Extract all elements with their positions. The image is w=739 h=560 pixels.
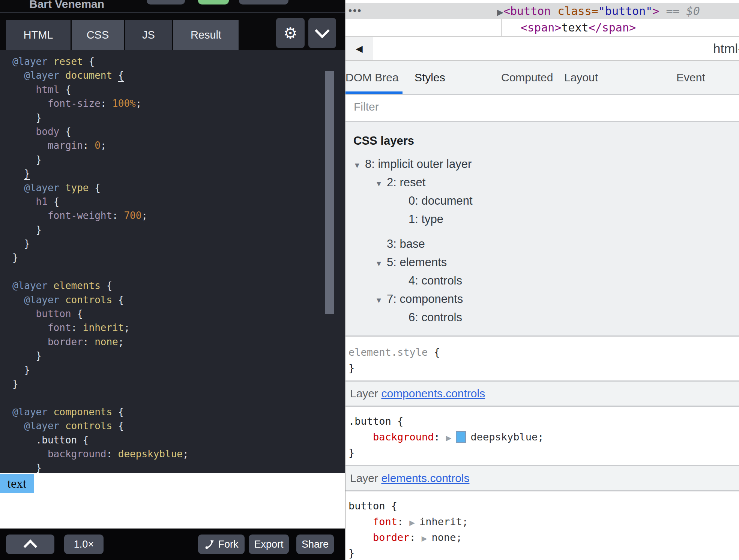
code-line: } bbox=[12, 223, 345, 237]
devtools-sidebar-tabs: StylesComputedLayoutEvent ListenersDOM B… bbox=[345, 61, 739, 95]
layer-label: 0: document bbox=[409, 194, 473, 207]
header-button-4[interactable] bbox=[239, 0, 288, 4]
dom-node-button-selected[interactable]: ••• ▶<button class="button"> == $0 bbox=[345, 3, 739, 19]
chevron-down-icon bbox=[315, 24, 330, 39]
header-button-save[interactable] bbox=[198, 0, 229, 4]
css-layers-tree: ▼8: implicit outer layer▼2: reset▼0: doc… bbox=[345, 155, 739, 326]
code-line: body { bbox=[12, 125, 345, 139]
tree-expand-icon[interactable]: ▼ bbox=[353, 156, 365, 175]
frame-url[interactable]: html-fa55071f-e97b-e2f7-2438-7c85938d035… bbox=[713, 37, 739, 60]
fork-icon bbox=[204, 539, 215, 550]
styles-sections: element.style {}Layer components.control… bbox=[345, 338, 739, 560]
editor-tab-css[interactable]: CSS bbox=[72, 20, 124, 50]
code-line: button { bbox=[12, 307, 345, 321]
element-style-rule[interactable]: element.style {} bbox=[345, 338, 739, 380]
code-line: @layer reset { bbox=[12, 55, 345, 69]
devtools-tab-dom-brea[interactable]: DOM Brea bbox=[345, 61, 399, 94]
code-line: } bbox=[12, 153, 345, 167]
styles-filter-input[interactable] bbox=[353, 100, 715, 114]
export-button[interactable]: Export bbox=[249, 535, 289, 554]
button-element-rule[interactable]: button { font:▶inherit; border:▶none;} bbox=[345, 491, 739, 560]
frame-url-bar: ◀ html-fa55071f-e97b-e2f7-2438-7c85938d0… bbox=[345, 36, 739, 61]
layer-tree-item[interactable]: ▼5: elements bbox=[345, 253, 739, 271]
code-line: .button { bbox=[12, 433, 345, 447]
css-layers-panel: CSS layers ▼8: implicit outer layer▼2: r… bbox=[345, 122, 739, 337]
zoom-level-button[interactable]: 1.0× bbox=[64, 535, 104, 554]
share-button[interactable]: Share bbox=[296, 535, 334, 554]
dom-indent-guide bbox=[501, 19, 502, 36]
code-line: @layer elements { bbox=[12, 279, 345, 293]
button-class-rule[interactable]: .button { background:▶deepskyblue;} bbox=[345, 407, 739, 465]
username: Bart Veneman bbox=[29, 0, 104, 10]
code-line bbox=[12, 391, 345, 405]
settings-button[interactable]: ⚙ bbox=[276, 18, 305, 48]
devtools-tab-event-listeners[interactable]: Event Listeners bbox=[676, 61, 739, 94]
editor-tab-html[interactable]: HTML bbox=[6, 20, 71, 50]
chevron-up-icon bbox=[23, 539, 37, 553]
back-arrow-icon: ◀ bbox=[356, 43, 362, 54]
devtools-panel: ••• ▶<button class="button"> == $0 <span… bbox=[345, 0, 739, 560]
layer-tree-item[interactable]: ▼2: reset bbox=[345, 173, 739, 192]
devtools-tab-styles[interactable]: Styles bbox=[415, 61, 445, 94]
layer-tree-item[interactable]: ▼8: implicit outer layer bbox=[345, 155, 739, 173]
frame-back-button[interactable]: ◀ bbox=[345, 37, 373, 60]
node-menu-dots-icon[interactable]: ••• bbox=[348, 3, 362, 19]
layer-label: 7: components bbox=[387, 292, 463, 305]
header-button-2[interactable] bbox=[147, 0, 185, 4]
layer-tree-item[interactable]: ▼3: base bbox=[345, 235, 739, 253]
code-line: @layer controls { bbox=[12, 419, 345, 433]
gear-icon: ⚙ bbox=[283, 24, 297, 42]
code-line: html { bbox=[12, 83, 345, 97]
result-preview: text bbox=[0, 473, 345, 529]
color-swatch[interactable] bbox=[456, 431, 466, 443]
tree-expand-icon[interactable]: ▼ bbox=[375, 291, 387, 310]
layer-tree-item[interactable]: ▼0: document bbox=[345, 192, 739, 210]
editor-pane: Bart Veneman HTMLCSSJSResult ⚙ @layer re… bbox=[0, 0, 345, 560]
code-line bbox=[12, 265, 345, 279]
code-line: margin: 0; bbox=[12, 139, 345, 153]
layer-elements-controls-header: Layer elements.controls bbox=[345, 465, 739, 491]
code-line: } bbox=[12, 363, 345, 377]
editor-tabbar: HTMLCSSJSResult ⚙ bbox=[0, 13, 345, 50]
code-line: @layer type { bbox=[12, 181, 345, 195]
code-line: @layer document { bbox=[12, 69, 345, 82]
layer-tree-item[interactable]: ▼1: type bbox=[345, 210, 739, 228]
layer-label: 2: reset bbox=[387, 176, 425, 189]
dom-node-span[interactable]: <span>text</span> bbox=[345, 19, 739, 36]
code-line: } bbox=[12, 167, 345, 181]
layer-components-controls-header: Layer components.controls bbox=[345, 380, 739, 407]
code-line: font: inherit; bbox=[12, 321, 345, 335]
code-line: @layer controls { bbox=[12, 293, 345, 307]
styles-filter-row bbox=[345, 96, 739, 122]
css-code-editor[interactable]: @layer reset { @layer document { html { … bbox=[0, 50, 345, 473]
editor-tab-js[interactable]: JS bbox=[125, 20, 172, 50]
layer-link[interactable]: elements.controls bbox=[381, 472, 469, 484]
collapse-editor-button[interactable] bbox=[308, 18, 336, 48]
bottom-toolbar: 1.0× Fork Export Share bbox=[0, 529, 345, 560]
devtools-tab-computed[interactable]: Computed bbox=[501, 61, 553, 94]
divider bbox=[0, 12, 345, 13]
code-line: background: deepskyblue; bbox=[12, 447, 345, 461]
code-line: } bbox=[12, 349, 345, 363]
layer-tree-item[interactable]: ▼7: components bbox=[345, 290, 739, 308]
layer-label: 6: controls bbox=[409, 311, 462, 324]
fork-button[interactable]: Fork bbox=[198, 535, 245, 554]
code-line: border: none; bbox=[12, 335, 345, 349]
code-line: h1 { bbox=[12, 195, 345, 209]
preview-text-button[interactable]: text bbox=[0, 474, 34, 493]
layer-label: 4: controls bbox=[409, 274, 462, 287]
code-line: } bbox=[12, 251, 345, 265]
tree-expand-icon[interactable]: ▼ bbox=[375, 255, 387, 273]
tree-expand-icon[interactable]: ▼ bbox=[375, 175, 387, 193]
layer-link[interactable]: components.controls bbox=[381, 387, 485, 400]
code-line: @layer components { bbox=[12, 405, 345, 419]
layer-tree-item[interactable]: ▼6: controls bbox=[345, 308, 739, 326]
expand-console-button[interactable] bbox=[6, 535, 54, 554]
editor-scrollbar-thumb[interactable] bbox=[325, 71, 334, 314]
layer-tree-item[interactable]: ▼4: controls bbox=[345, 271, 739, 290]
devtools-tab-layout[interactable]: Layout bbox=[564, 61, 598, 94]
code-line: } bbox=[12, 377, 345, 391]
code-line: } bbox=[12, 461, 345, 473]
layer-label: 3: base bbox=[387, 237, 425, 250]
editor-tab-result[interactable]: Result bbox=[173, 20, 239, 50]
